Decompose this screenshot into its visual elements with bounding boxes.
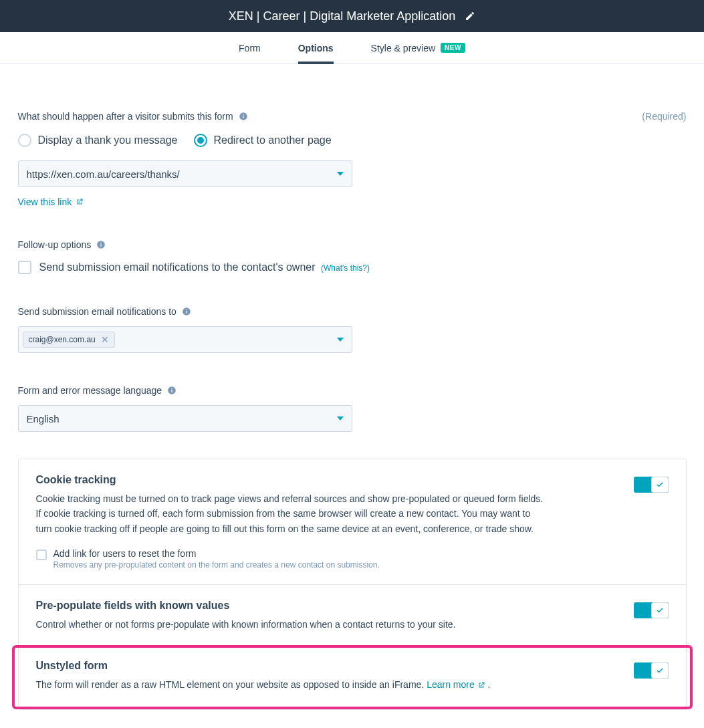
chevron-down-icon [337,338,344,342]
view-link[interactable]: View this link [18,197,84,207]
tab-style-label: Style & preview [371,43,435,53]
external-link-icon [477,681,485,689]
followup-section: Follow-up options Send submission email … [18,239,687,274]
email-tag: craig@xen.com.au ✕ [23,332,115,348]
radio-redirect[interactable]: Redirect to another page [194,134,332,147]
info-icon[interactable] [96,240,106,249]
language-select[interactable]: English [18,405,352,432]
whats-this-link[interactable]: (What's this?) [321,263,370,273]
reset-link-help: Removes any pre-propulated content on th… [53,560,380,570]
unstyled-desc: The form will render as a raw HTML eleme… [36,677,491,692]
required-label: (Required) [642,111,686,122]
info-icon[interactable] [167,386,177,395]
svg-rect-2 [243,114,243,115]
svg-rect-11 [171,388,172,389]
settings-panel: Cookie tracking Cookie tracking must be … [18,459,687,710]
unstyled-toggle[interactable] [634,662,669,679]
svg-rect-7 [186,311,187,314]
redirect-url-select[interactable]: https://xen.com.au/careers/thanks/ [18,160,352,187]
toggle-knob [651,477,669,493]
svg-rect-1 [243,116,243,118]
cookie-desc: Cookie tracking must be turned on to tra… [36,491,544,536]
new-badge: NEW [441,43,465,53]
owner-notify-checkbox[interactable] [18,261,31,274]
toggle-knob [651,662,669,679]
radio-input-thankyou[interactable] [18,134,31,147]
tab-bar: Form Options Style & preview NEW [0,32,704,64]
svg-rect-4 [101,244,102,247]
chevron-down-icon [337,172,344,176]
svg-rect-5 [101,243,102,243]
unstyled-row: Unstyled form The form will render as a … [15,648,690,707]
email-tag-value: craig@xen.com.au [29,335,96,344]
prepopulate-title: Pre-populate fields with known values [36,600,456,612]
followup-label: Follow-up options [18,239,92,250]
cookie-tracking-row: Cookie tracking Cookie tracking must be … [19,459,686,585]
check-icon [656,606,664,614]
prepopulate-row: Pre-populate fields with known values Co… [19,585,686,647]
cookie-title: Cookie tracking [36,474,544,486]
info-icon[interactable] [239,112,248,121]
edit-title-icon[interactable] [465,11,475,21]
radio-thank-you[interactable]: Display a thank you message [18,134,178,147]
learn-more-link[interactable]: Learn more [427,679,485,690]
toggle-knob [651,602,669,618]
redirect-url-value: https://xen.com.au/careers/thanks/ [27,168,180,180]
check-icon [656,666,664,675]
svg-rect-10 [171,390,172,392]
notify-label: Send submission email notifications to [18,306,177,317]
tab-style-preview[interactable]: Style & preview NEW [371,32,465,64]
notify-select[interactable]: craig@xen.com.au ✕ [18,326,352,353]
remove-tag-icon[interactable]: ✕ [101,335,109,344]
notify-section: Send submission email notifications to c… [18,306,687,353]
language-label: Form and error message language [18,385,162,396]
tab-options[interactable]: Options [298,33,334,64]
submit-action-label: What should happen after a visitor submi… [18,111,248,122]
unstyled-title: Unstyled form [36,660,491,672]
radio-thankyou-label: Display a thank you message [38,134,178,146]
reset-link-label: Add link for users to reset the form [53,548,380,559]
cookie-tracking-toggle[interactable] [634,477,669,493]
tab-options-label: Options [298,43,334,53]
reset-link-checkbox[interactable] [36,550,47,560]
prepopulate-toggle[interactable] [634,602,669,618]
language-section: Form and error message language English [18,385,687,432]
tab-form-label: Form [239,43,261,53]
tab-form[interactable]: Form [239,32,261,64]
svg-rect-8 [186,310,187,310]
external-link-icon [76,198,84,206]
radio-redirect-label: Redirect to another page [214,134,332,146]
prepopulate-desc: Control whether or not forms pre-populat… [36,617,456,632]
unstyled-highlight: Unstyled form The form will render as a … [12,645,693,709]
info-icon[interactable] [182,307,191,316]
radio-input-redirect[interactable] [194,134,207,147]
page-title: XEN | Career | Digital Marketer Applicat… [229,9,456,23]
submit-action-section: What should happen after a visitor submi… [18,111,687,207]
owner-notify-label: Send submission email notifications to t… [39,261,370,273]
check-icon [656,481,664,489]
content-area: What should happen after a visitor submi… [18,64,687,728]
chevron-down-icon [337,416,344,420]
app-header: XEN | Career | Digital Marketer Applicat… [0,0,704,32]
language-value: English [27,413,60,424]
